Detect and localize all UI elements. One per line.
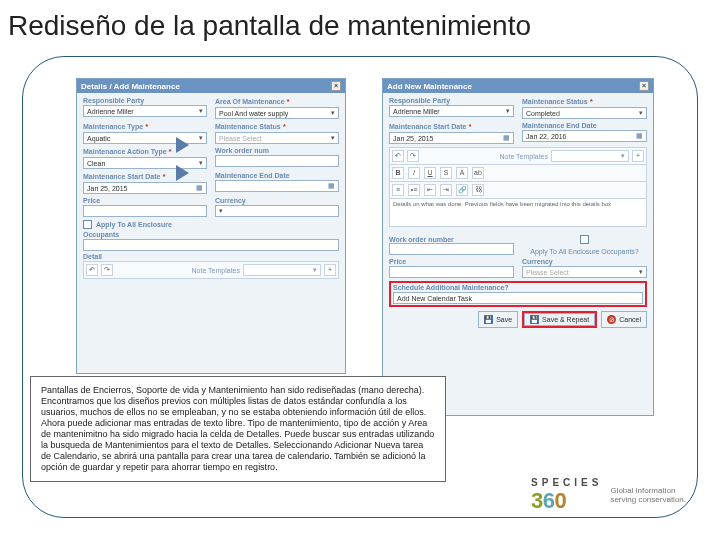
italic-icon[interactable]: I	[408, 167, 420, 179]
price-input[interactable]	[389, 266, 514, 278]
close-icon[interactable]: ×	[331, 81, 341, 91]
end-date-label: Maintenance End Date	[215, 172, 339, 179]
occupants-input[interactable]	[83, 239, 339, 251]
chevron-down-icon: ▾	[621, 152, 625, 160]
outdent-icon[interactable]: ⇤	[424, 184, 436, 196]
start-date-input[interactable]: Jan 25, 2015▦	[83, 182, 207, 194]
indent-icon[interactable]: ⇥	[440, 184, 452, 196]
schedule-additional-highlight: Schedule Additional Maintenance? Add New…	[389, 281, 647, 307]
workorder-label: Work order num	[215, 147, 339, 154]
template-add-icon[interactable]: +	[324, 264, 336, 276]
end-date-label: Maintenance End Date	[522, 122, 647, 129]
editor-list-row: ≡ •≡ ⇤ ⇥ 🔗 ⛓	[389, 182, 647, 199]
panel-right-header: Add New Maintenance ×	[383, 79, 653, 93]
template-add-icon[interactable]: +	[632, 150, 644, 162]
panel-left-title: Details / Add Maintenance	[81, 82, 180, 91]
maintenance-status-label: Maintenance Status *	[215, 122, 339, 131]
unordered-list-icon[interactable]: •≡	[408, 184, 420, 196]
brand-name: SPECIES	[531, 477, 602, 488]
species360-logo: SPECIES 360 Global information serving c…	[531, 477, 686, 514]
link-icon[interactable]: 🔗	[456, 184, 468, 196]
area-label: Area Of Maintenance *	[215, 97, 339, 106]
details-textarea[interactable]: Details on what was done. Previous field…	[389, 199, 647, 227]
save-repeat-button[interactable]: 💾Save & Repeat	[524, 313, 595, 326]
close-icon[interactable]: ×	[639, 81, 649, 91]
brand-tagline: Global information serving conservation.	[610, 487, 686, 505]
highlight-icon[interactable]: ab	[472, 167, 484, 179]
apply-all-checkbox[interactable]	[83, 220, 92, 229]
cancel-icon: ⊘	[607, 315, 616, 324]
panel-left-header: Details / Add Maintenance ×	[77, 79, 345, 93]
note-templates-select[interactable]: ▾	[551, 150, 629, 162]
currency-label: Currency	[215, 197, 339, 204]
end-date-input[interactable]: Jan 22, 2016▦	[522, 130, 647, 142]
currency-label: Currency	[522, 258, 647, 265]
redo-icon[interactable]: ↷	[101, 264, 113, 276]
occupants-label: Occupants	[83, 231, 339, 238]
price-label: Price	[389, 258, 514, 265]
calendar-icon[interactable]: ▦	[503, 134, 510, 142]
maintenance-status-select[interactable]: Completed	[522, 107, 647, 119]
apply-all-label: Apply To All Enclosure	[96, 221, 172, 228]
price-input[interactable]	[83, 205, 207, 217]
panel-details-add-maintenance: Details / Add Maintenance × Responsible …	[76, 78, 346, 374]
maintenance-type-label: Maintenance Type *	[83, 122, 207, 131]
apply-all-checkbox[interactable]	[580, 235, 589, 244]
responsible-party-select[interactable]: Adrienne Miller	[389, 105, 514, 117]
ordered-list-icon[interactable]: ≡	[392, 184, 404, 196]
calendar-icon[interactable]: ▦	[328, 182, 335, 190]
font-color-icon[interactable]: A	[456, 167, 468, 179]
panel-right-title: Add New Maintenance	[387, 82, 472, 91]
slide-title: Rediseño de la pantalla de mantenimiento	[8, 10, 531, 42]
summary-callout: Pantallas de Encierros, Soporte de vida …	[30, 376, 446, 482]
note-templates-select[interactable]: ▾	[243, 264, 321, 276]
note-templates-label: Note Templates	[499, 153, 548, 160]
start-date-input[interactable]: Jan 25, 2015▦	[389, 132, 514, 144]
editor-toolbar: ↶ ↷ Note Templates ▾ +	[83, 261, 339, 279]
save-button[interactable]: 💾Save	[478, 311, 518, 328]
chevron-down-icon: ▾	[313, 266, 317, 274]
save-icon: 💾	[484, 315, 493, 324]
apply-all-label: Apply To All Enclosure Occupants?	[530, 248, 638, 255]
redo-icon[interactable]: ↷	[407, 150, 419, 162]
workorder-input[interactable]	[389, 243, 514, 255]
editor-toolbar: ↶ ↷ Note Templates ▾ +	[389, 147, 647, 165]
callout-arrow-icon	[176, 137, 189, 153]
save-icon: 💾	[530, 315, 539, 324]
end-date-input[interactable]: ▦	[215, 180, 339, 192]
add-calendar-task-button[interactable]: Add New Calendar Task	[393, 292, 643, 304]
editor-format-row: B I U S A ab	[389, 165, 647, 182]
undo-icon[interactable]: ↶	[86, 264, 98, 276]
start-date-label: Maintenance Start Date *	[389, 122, 514, 131]
brand-digits: 360	[531, 488, 602, 514]
note-templates-label: Note Templates	[191, 267, 240, 274]
strike-icon[interactable]: S	[440, 167, 452, 179]
area-select[interactable]: Pool And water supply	[215, 107, 339, 119]
undo-icon[interactable]: ↶	[392, 150, 404, 162]
workorder-input[interactable]	[215, 155, 339, 167]
maintenance-status-select[interactable]: Please Select	[215, 132, 339, 144]
maintenance-status-label: Maintenance Status *	[522, 97, 647, 106]
panel-add-new-maintenance: Add New Maintenance × Responsible Party …	[382, 78, 654, 416]
currency-select[interactable]	[215, 205, 339, 217]
detail-label: Detail	[83, 253, 339, 260]
calendar-icon[interactable]: ▦	[636, 132, 643, 140]
currency-select[interactable]: Please Select	[522, 266, 647, 278]
unlink-icon[interactable]: ⛓	[472, 184, 484, 196]
callout-arrow-icon	[176, 165, 189, 181]
responsible-party-label: Responsible Party	[389, 97, 514, 104]
schedule-label: Schedule Additional Maintenance?	[393, 284, 509, 291]
underline-icon[interactable]: U	[424, 167, 436, 179]
responsible-party-select[interactable]: Adrienne Miller	[83, 105, 207, 117]
workorder-label: Work order number	[389, 236, 514, 243]
calendar-icon[interactable]: ▦	[196, 184, 203, 192]
cancel-button[interactable]: ⊘Cancel	[601, 311, 647, 328]
responsible-party-label: Responsible Party	[83, 97, 207, 104]
price-label: Price	[83, 197, 207, 204]
bold-icon[interactable]: B	[392, 167, 404, 179]
